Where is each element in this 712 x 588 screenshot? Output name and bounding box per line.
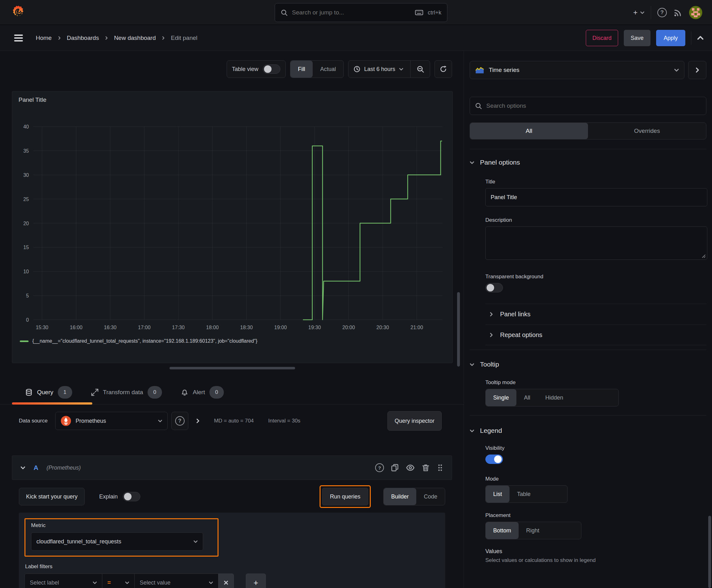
operator-dropdown[interactable]: =	[102, 573, 135, 588]
time-series-chart[interactable]: 051015202530354015:3016:0016:3017:0017:3…	[18, 121, 447, 335]
database-icon	[25, 388, 33, 396]
legend-header[interactable]: Legend	[470, 427, 706, 435]
legend-visibility-toggle[interactable]	[486, 455, 503, 464]
save-button[interactable]: Save	[624, 30, 650, 46]
query-help-icon[interactable]: ?	[375, 463, 384, 472]
code-option[interactable]: Code	[416, 488, 445, 505]
breadcrumb-new-dashboard[interactable]: New dashboard	[114, 35, 156, 41]
breadcrumb: Home Dashboards New dashboard Edit panel	[36, 25, 197, 51]
add-filter-button[interactable]: +	[246, 573, 266, 588]
resize-handle-icon	[701, 254, 706, 258]
run-queries-button[interactable]: Run queries	[322, 488, 368, 505]
search-icon	[281, 9, 287, 16]
tab-query[interactable]: Query 1	[25, 386, 72, 399]
svg-text:17:00: 17:00	[138, 325, 151, 330]
table-view-toggle[interactable]	[263, 64, 280, 74]
refresh-button[interactable]	[434, 60, 452, 78]
description-textarea[interactable]	[486, 227, 707, 260]
datasource-help-button[interactable]: ?	[171, 412, 188, 430]
visibility-label: Visibility	[486, 445, 706, 451]
new-menu-button[interactable]: +	[633, 8, 645, 17]
datasource-picker[interactable]: Prometheus	[55, 412, 168, 430]
select-value-dropdown[interactable]: Select value	[134, 573, 218, 588]
chevron-down-icon	[470, 428, 474, 433]
panel-links-section[interactable]: Panel links	[486, 304, 706, 324]
svg-text:20: 20	[23, 221, 29, 226]
remove-filter-button[interactable]	[218, 573, 234, 588]
search-input[interactable]	[292, 9, 411, 16]
chevron-right-icon	[694, 67, 700, 73]
placement-bottom-option[interactable]: Bottom	[486, 522, 519, 539]
page-scrollbar[interactable]	[708, 516, 711, 588]
query-inspector-button[interactable]: Query inspector	[387, 411, 442, 430]
chart-legend-item[interactable]: {__name__="cloudflared_tunnel_total_requ…	[20, 338, 257, 344]
tab-alert[interactable]: Alert 0	[181, 386, 224, 399]
tooltip-single-option[interactable]: Single	[486, 389, 516, 406]
menu-icon[interactable]	[14, 33, 23, 43]
expand-row-icon[interactable]	[195, 418, 200, 423]
global-search[interactable]: ctrl+k	[275, 3, 447, 22]
time-series-viz-icon	[475, 66, 484, 74]
placement-right-option[interactable]: Right	[519, 522, 547, 539]
collapse-pane-button[interactable]	[688, 61, 706, 79]
chevron-right-icon	[105, 36, 108, 40]
discard-button[interactable]: Discard	[586, 30, 618, 46]
apply-button[interactable]: Apply	[656, 30, 685, 46]
legend-table-option[interactable]: Table	[510, 486, 538, 503]
svg-text:15: 15	[23, 245, 29, 250]
select-label-dropdown[interactable]: Select label	[24, 573, 102, 588]
panel-title-input[interactable]	[486, 188, 707, 206]
top-nav: ctrl+k + ?	[0, 0, 712, 25]
options-search[interactable]	[470, 97, 706, 115]
select-value-placeholder: Select value	[140, 580, 204, 586]
interval-stat: Interval = 30s	[268, 418, 300, 424]
repeat-options-section[interactable]: Repeat options	[486, 324, 706, 345]
legend-list-option[interactable]: List	[486, 486, 510, 503]
grafana-logo-icon[interactable]	[11, 5, 26, 20]
transparent-background-toggle[interactable]	[486, 283, 503, 292]
news-rss-icon[interactable]	[673, 8, 683, 17]
search-shortcut: ctrl+k	[428, 9, 441, 16]
visualization-picker[interactable]: Time series	[470, 61, 684, 79]
transform-count-badge: 0	[148, 386, 162, 399]
tooltip-hidden-option[interactable]: Hidden	[538, 389, 571, 406]
all-options-tab[interactable]: All	[470, 123, 588, 139]
time-range-picker[interactable]: Last 6 hours	[348, 60, 430, 78]
tooltip-all-option[interactable]: All	[516, 389, 538, 406]
builder-option[interactable]: Builder	[384, 488, 416, 505]
left-pane-scrollbar[interactable]	[457, 292, 460, 366]
svg-text:18:00: 18:00	[206, 325, 219, 330]
collapse-options-icon[interactable]	[697, 35, 704, 41]
kick-start-button[interactable]: Kick start your query	[19, 488, 85, 505]
chevron-down-icon	[470, 362, 474, 367]
zoom-out-button[interactable]	[410, 60, 430, 78]
explain-toggle[interactable]	[123, 492, 140, 501]
panel-options-header[interactable]: Panel options	[470, 159, 706, 166]
tooltip-header[interactable]: Tooltip	[470, 361, 706, 368]
hide-response-eye-icon[interactable]	[406, 463, 415, 472]
query-row-header[interactable]: A (Prometheus) ?	[12, 456, 452, 480]
edit-pane: Table view Fill Actual Last 6 hours	[0, 51, 464, 588]
close-icon	[223, 580, 229, 585]
query-count-badge: 1	[58, 386, 72, 399]
duplicate-icon[interactable]	[391, 464, 399, 472]
actual-option[interactable]: Actual	[313, 61, 343, 78]
trash-icon[interactable]	[422, 464, 430, 472]
query-toolbar: Kick start your query Explain Run querie…	[12, 485, 452, 508]
breadcrumb-dashboards[interactable]: Dashboards	[67, 35, 99, 41]
breadcrumb-home[interactable]: Home	[36, 35, 52, 41]
metric-select[interactable]: cloudflared_tunnel_total_requests	[31, 532, 203, 551]
legend-section: Legend Visibility Mode List Table Placem…	[470, 415, 706, 564]
fill-option[interactable]: Fill	[290, 61, 313, 78]
help-icon[interactable]: ?	[657, 8, 667, 17]
avatar[interactable]	[689, 6, 703, 19]
builder-code-segment: Builder Code	[383, 488, 445, 505]
tab-transform-data[interactable]: Transform data 0	[91, 386, 162, 399]
options-search-input[interactable]	[486, 102, 701, 109]
drag-handle-icon[interactable]	[437, 464, 444, 472]
svg-text:35: 35	[23, 148, 29, 153]
overrides-tab[interactable]: Overrides	[588, 123, 706, 139]
pane-resize-handle[interactable]	[170, 367, 295, 370]
alert-count-badge: 0	[209, 386, 224, 399]
active-tab-underline	[12, 402, 92, 404]
